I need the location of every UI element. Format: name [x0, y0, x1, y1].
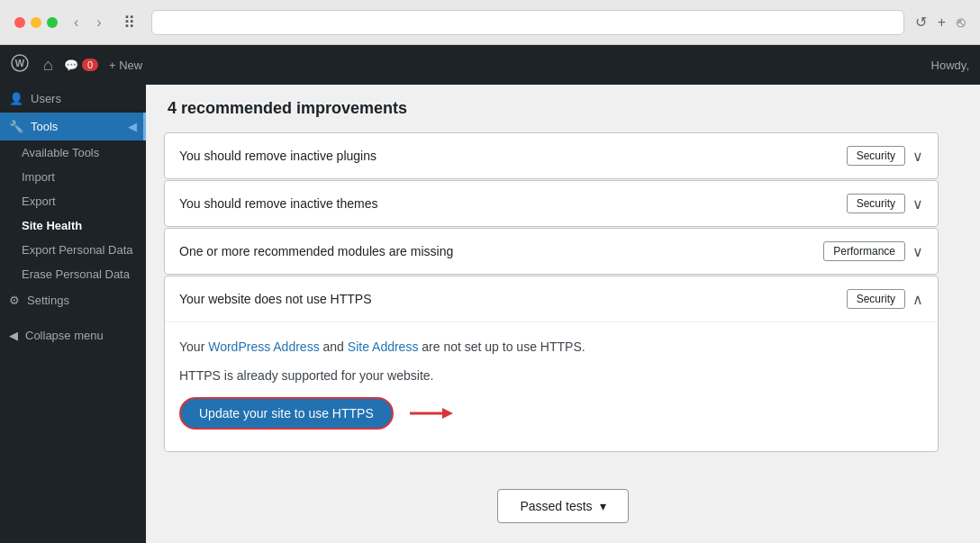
content-area: 4 recommended improvements You should re… [146, 85, 980, 543]
passed-tests-section: Passed tests ▾ [146, 471, 980, 543]
sidebar-sub-erase-personal[interactable]: Erase Personal Data [0, 262, 146, 286]
new-tab-button[interactable]: + [938, 14, 946, 31]
chevron-down-icon-plugins: ∨ [912, 148, 923, 165]
sidebar-sub-site-health[interactable]: Site Health [0, 213, 146, 238]
back-button[interactable]: ‹ [68, 11, 84, 34]
wordpress-address-link[interactable]: WordPress Address [208, 339, 319, 354]
browser-dots [14, 17, 58, 28]
tools-icon: 🔧 [9, 120, 23, 133]
sidebar-settings-label: Settings [27, 294, 69, 307]
comment-icon: 💬 [64, 59, 78, 72]
forward-button[interactable]: › [91, 11, 106, 34]
reload-button[interactable]: ↺ [915, 14, 927, 31]
site-address-link[interactable]: Site Address [348, 339, 419, 354]
accordion-title-https: Your website does not use HTTPS [179, 292, 847, 306]
sidebar-sub-export-personal[interactable]: Export Personal Data [0, 238, 146, 262]
sidebar-tools-label: Tools [31, 120, 58, 133]
passed-tests-button[interactable]: Passed tests ▾ [497, 489, 628, 523]
comments-bar-item[interactable]: 💬 0 [64, 59, 98, 72]
sidebar-item-settings[interactable]: ⚙ Settings [0, 286, 146, 314]
https-description-1: Your WordPress Address and Site Address … [179, 337, 923, 357]
accordion-header-inactive-themes[interactable]: You should remove inactive themes Securi… [165, 181, 938, 226]
howdy-text: Howdy, [931, 59, 969, 72]
tools-arrow-icon: ◀ [128, 120, 137, 133]
share-button[interactable]: ⎋ [957, 14, 966, 31]
passed-tests-chevron-icon: ▾ [600, 499, 606, 513]
chevron-down-icon-themes: ∨ [912, 195, 923, 213]
accordion-inactive-plugins: You should remove inactive plugins Secur… [164, 132, 939, 179]
https-description-2: HTTPS is already supported for your webs… [179, 366, 923, 385]
update-https-button[interactable]: Update your site to use HTTPS [179, 397, 394, 430]
accordion-title-missing-modules: One or more recommended modules are miss… [179, 244, 823, 258]
accordion-inactive-themes: You should remove inactive themes Securi… [164, 180, 939, 227]
collapse-label: Collapse menu [25, 329, 104, 342]
svg-text:W: W [15, 58, 25, 68]
new-button[interactable]: + New [109, 59, 142, 72]
accordion-https: Your website does not use HTTPS Security… [164, 276, 939, 452]
sidebar-tools-submenu: Available Tools Import Export Site Healt… [0, 140, 146, 286]
close-dot[interactable] [14, 17, 25, 28]
sidebar-item-tools[interactable]: 🔧 Tools ◀ [0, 113, 146, 140]
collapse-menu-item[interactable]: ◀ Collapse menu [0, 321, 146, 349]
sidebar-users-label: Users [31, 92, 61, 105]
sidebar: 👤 Users 🔧 Tools ◀ Available Tools Import… [0, 85, 146, 543]
sidebar-sub-export[interactable]: Export [0, 189, 146, 213]
minimize-dot[interactable] [31, 17, 41, 28]
maximize-dot[interactable] [47, 17, 58, 28]
browser-nav: ‹ › [68, 11, 107, 34]
recommendations-header: 4 recommended improvements [164, 99, 939, 118]
accordion-header-inactive-plugins[interactable]: You should remove inactive plugins Secur… [165, 133, 938, 178]
main-layout: 👤 Users 🔧 Tools ◀ Available Tools Import… [0, 85, 980, 543]
passed-tests-label: Passed tests [520, 499, 592, 513]
accordion-body-https: Your WordPress Address and Site Address … [165, 321, 938, 451]
accordion-header-https[interactable]: Your website does not use HTTPS Security… [165, 276, 938, 321]
accordion-title-inactive-plugins: You should remove inactive plugins [179, 149, 847, 163]
accordion-title-inactive-themes: You should remove inactive themes [179, 196, 847, 211]
comment-count: 0 [82, 59, 98, 71]
security-badge-plugins: Security [847, 146, 905, 166]
sidebar-item-users[interactable]: 👤 Users [0, 85, 146, 113]
chevron-down-icon-modules: ∨ [912, 243, 923, 260]
sidebar-sub-import[interactable]: Import [0, 165, 146, 189]
accordion-header-missing-modules[interactable]: One or more recommended modules are miss… [165, 229, 938, 274]
sidebar-sub-available-tools[interactable]: Available Tools [0, 140, 146, 165]
collapse-icon: ◀ [9, 329, 18, 342]
browser-chrome: ‹ › ⠿ ↺ + ⎋ [0, 0, 980, 45]
security-badge-themes: Security [847, 194, 905, 213]
performance-badge-modules: Performance [823, 241, 905, 261]
url-bar[interactable] [151, 10, 904, 35]
settings-icon: ⚙ [9, 294, 20, 307]
security-badge-https: Security [847, 289, 905, 309]
content-inner: 4 recommended improvements You should re… [146, 85, 957, 471]
users-icon: 👤 [9, 92, 23, 105]
arrow-icon [403, 403, 457, 424]
chevron-up-icon-https: ∧ [912, 291, 923, 308]
wp-admin-bar: W ⌂ 💬 0 + New Howdy, [0, 45, 980, 85]
wp-logo-icon[interactable]: W [11, 54, 29, 77]
svg-marker-3 [442, 408, 453, 419]
arrow-annotation [403, 403, 457, 424]
grid-button[interactable]: ⠿ [118, 9, 141, 36]
home-icon[interactable]: ⌂ [43, 56, 53, 75]
accordion-missing-modules: One or more recommended modules are miss… [164, 228, 939, 275]
